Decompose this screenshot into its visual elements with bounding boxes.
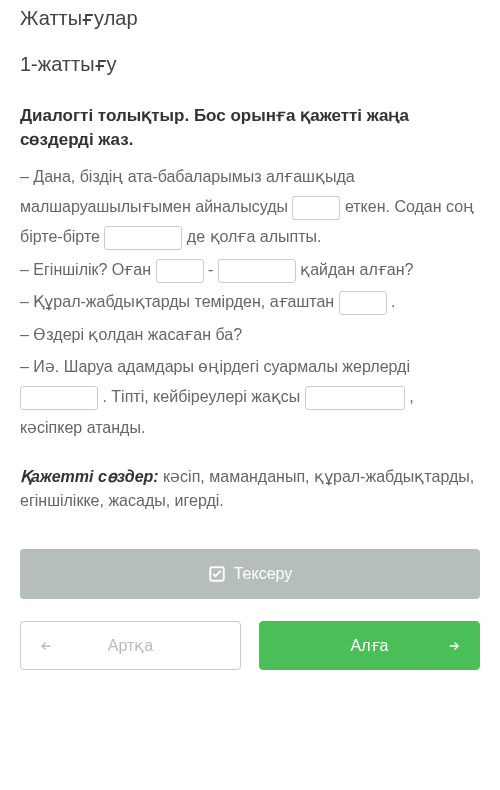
dialogue-text: . Тіпті, кейбіреулері жақсы — [102, 388, 304, 405]
check-button[interactable]: Тексеру — [20, 549, 480, 599]
dialogue-text: – Егіншілік? Оған — [20, 261, 156, 278]
back-button[interactable]: Артқа — [20, 621, 241, 670]
dialogue-text: - — [208, 261, 218, 278]
dialogue-text: . — [391, 293, 395, 310]
exercise-instructions: Диалогті толықтыр. Бос орынға қажетті жа… — [20, 104, 480, 152]
arrow-right-icon — [447, 638, 463, 654]
dialogue-text: – Өздері қолдан жасаған ба? — [20, 326, 242, 343]
arrow-left-icon — [37, 638, 53, 654]
fill-blank-7[interactable] — [305, 386, 405, 410]
forward-button[interactable]: Алға — [259, 621, 480, 670]
dialogue-text: – Иә. Шаруа адамдары өңірдегі суармалы ж… — [20, 358, 410, 375]
nav-row: Артқа Алға — [20, 621, 480, 670]
word-bank: Қажетті сөздер: кәсіп, маманданып, құрал… — [20, 465, 480, 513]
forward-button-label: Алға — [351, 636, 389, 655]
fill-blank-1[interactable] — [292, 196, 340, 220]
page-category: Жаттығулар — [20, 6, 480, 30]
check-button-label: Тексеру — [234, 565, 293, 583]
checkbox-check-icon — [208, 565, 226, 583]
back-button-label: Артқа — [108, 636, 153, 655]
fill-blank-4[interactable] — [218, 259, 296, 283]
exercise-title: 1-жаттығу — [20, 52, 480, 76]
dialogue-text: қайдан алған? — [300, 261, 413, 278]
fill-blank-6[interactable] — [20, 386, 98, 410]
dialogue-body: – Дана, біздің ата-бабаларымыз алғашқыда… — [20, 162, 480, 444]
dialogue-text: – Құрал-жабдықтарды темірден, ағаштан — [20, 293, 339, 310]
fill-blank-3[interactable] — [156, 259, 204, 283]
fill-blank-2[interactable] — [104, 226, 182, 250]
dialogue-text: де қолға алыпты. — [187, 228, 322, 245]
word-bank-label: Қажетті сөздер: — [20, 468, 159, 485]
fill-blank-5[interactable] — [339, 291, 387, 315]
